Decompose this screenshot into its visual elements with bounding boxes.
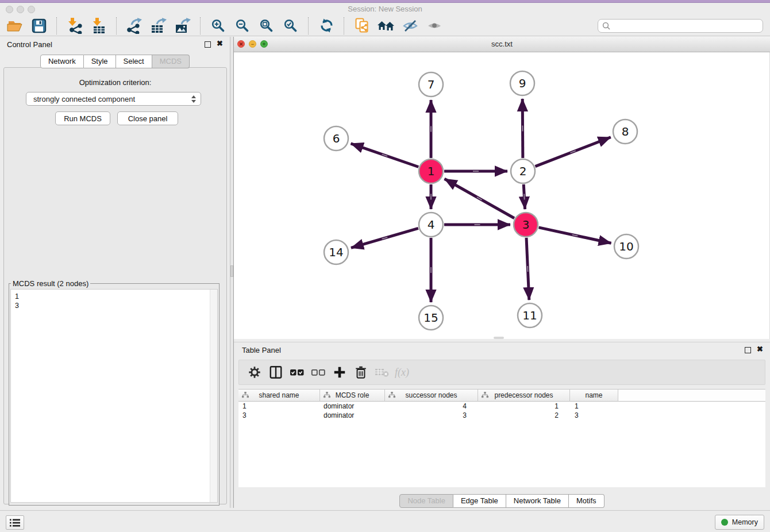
import-network-button[interactable] (64, 17, 85, 34)
tab-mcds[interactable]: MCDS (152, 55, 190, 68)
table-cell[interactable]: 4 (385, 402, 478, 411)
graph-node-2[interactable]: 2 (511, 159, 535, 183)
close-panel-button[interactable]: Close panel (117, 111, 178, 125)
table-cell[interactable]: 1 (478, 402, 570, 411)
table-settings-button[interactable] (244, 364, 265, 381)
create-column-button[interactable] (329, 364, 350, 381)
table-cell[interactable]: 3 (238, 411, 320, 420)
mcds-result-title: MCDS result (2 nodes) (11, 279, 90, 288)
graph-node-6[interactable]: 6 (324, 126, 348, 151)
save-session-button[interactable] (29, 17, 49, 34)
show-graphics-details-button[interactable] (424, 17, 445, 34)
task-history-button[interactable] (6, 515, 24, 530)
mcds-result-text[interactable]: 13 (10, 289, 218, 503)
search-box[interactable] (598, 19, 763, 33)
graph-node-8[interactable]: 8 (613, 119, 637, 144)
delete-table-button (371, 364, 392, 381)
svg-text:11: 11 (522, 309, 537, 322)
graph-node-1[interactable]: 1 (419, 159, 443, 183)
criterion-dropdown[interactable]: strongly connected component (26, 92, 201, 106)
import-network-icon (67, 18, 83, 34)
import-table-button[interactable] (88, 17, 109, 34)
table-float-panel-icon[interactable] (745, 347, 751, 353)
mcds-result-fieldset: MCDS result (2 nodes) 13 (9, 279, 220, 506)
apply-layout-button[interactable] (376, 17, 396, 34)
canvas-resize-grip[interactable] (494, 337, 504, 339)
deselect-all-columns-button[interactable] (307, 364, 329, 381)
shared-column-icon (388, 392, 395, 398)
result-line: 1 (11, 292, 217, 301)
graph-node-7[interactable]: 7 (419, 72, 443, 97)
eye-slash-icon (402, 18, 418, 33)
table-cell[interactable]: 3 (385, 411, 478, 420)
tab-network[interactable]: Network (40, 55, 84, 68)
graph-node-9[interactable]: 9 (510, 71, 534, 95)
tab-motifs[interactable]: Motifs (569, 494, 605, 508)
table-cell[interactable]: 2 (478, 411, 570, 420)
table-cell[interactable]: 1 (238, 402, 320, 411)
table-cell[interactable]: 1 (570, 402, 618, 411)
select-all-columns-button[interactable] (286, 364, 307, 381)
hide-graphics-details-button[interactable] (400, 17, 421, 34)
zoom-selected-button[interactable] (280, 17, 301, 34)
toolbar-separator (344, 17, 345, 34)
graph-node-14[interactable]: 14 (324, 240, 348, 264)
graph-node-11[interactable]: 11 (518, 303, 542, 327)
table-cell[interactable]: 3 (570, 411, 618, 420)
table-cell[interactable]: dominator (320, 411, 385, 420)
graph-node-4[interactable]: 4 (419, 213, 443, 237)
criterion-dropdown-value: strongly connected component (33, 95, 135, 103)
tab-node-table[interactable]: Node Table (399, 494, 453, 508)
network-file-icon (355, 18, 370, 33)
float-panel-icon[interactable] (205, 41, 211, 48)
function-builder-button: f(x) (395, 367, 409, 379)
tab-edge-table[interactable]: Edge Table (453, 494, 506, 508)
table-row[interactable]: 1dominator411 (238, 402, 765, 411)
network-window-titlebar[interactable]: ✕ − + scc.txt (234, 37, 770, 52)
graph-node-3[interactable]: 3 (514, 213, 538, 237)
run-mcds-button[interactable]: Run MCDS (55, 111, 110, 125)
toolbar-separator (56, 17, 57, 34)
graph-node-15[interactable]: 15 (419, 306, 443, 330)
network-canvas[interactable]: 1234678910111415 (234, 52, 770, 339)
open-network-file-button[interactable] (352, 17, 372, 34)
panel-splitter[interactable] (230, 37, 234, 508)
column-header-name[interactable]: name (570, 389, 618, 402)
close-panel-icon[interactable]: ✖ (217, 39, 223, 48)
network-graph: 1234678910111415 (234, 52, 770, 339)
graph-node-10[interactable]: 10 (614, 234, 638, 259)
status-bar: Memory (0, 510, 770, 532)
delete-columns-button[interactable] (350, 364, 371, 381)
tab-network-table[interactable]: Network Table (506, 494, 569, 508)
import-table-icon (91, 18, 107, 34)
eye-icon (426, 18, 442, 33)
tab-select[interactable]: Select (116, 55, 152, 68)
splitter-grip[interactable] (230, 265, 233, 277)
column-header-shared-name[interactable]: shared name (238, 389, 320, 402)
export-table-button[interactable] (148, 17, 169, 34)
export-network-button[interactable] (124, 17, 145, 34)
table-cell[interactable]: dominator (320, 402, 385, 411)
zoom-in-button[interactable] (208, 17, 229, 34)
search-input[interactable] (613, 21, 763, 30)
column-header-predecessor-nodes[interactable]: predecessor nodes (478, 389, 570, 402)
table-cell-filler (618, 411, 765, 420)
result-scrollbar[interactable] (210, 290, 217, 502)
memory-button[interactable]: Memory (715, 515, 764, 530)
zoom-selected-icon (283, 18, 298, 33)
zoom-fit-button[interactable] (256, 17, 277, 34)
table-close-panel-icon[interactable]: ✖ (757, 345, 763, 353)
svg-text:14: 14 (329, 245, 343, 259)
tab-style[interactable]: Style (84, 55, 116, 68)
toolbar-separator (308, 17, 309, 34)
result-line: 3 (11, 301, 217, 310)
show-column-button[interactable] (265, 364, 286, 381)
column-header-successor-nodes[interactable]: successor nodes (385, 389, 478, 402)
refresh-view-button[interactable] (316, 17, 337, 34)
table-row[interactable]: 3dominator323 (238, 411, 765, 420)
column-header-mcds-role[interactable]: MCDS role (320, 389, 385, 402)
trash-icon (354, 365, 368, 379)
open-session-button[interactable] (5, 17, 25, 34)
export-image-button[interactable] (172, 17, 193, 34)
zoom-out-button[interactable] (232, 17, 253, 34)
